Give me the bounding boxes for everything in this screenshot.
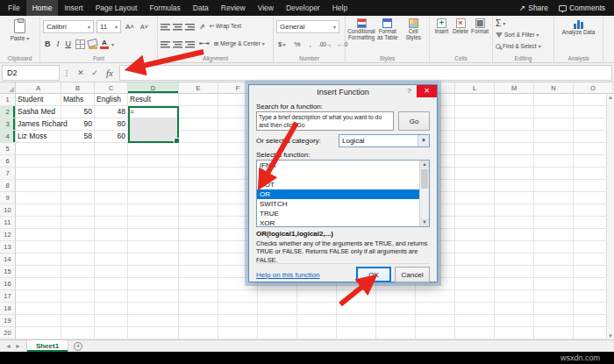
decrease-font-button[interactable]: A˅ <box>139 24 150 30</box>
cell-C10[interactable] <box>95 204 128 217</box>
cell-A10[interactable] <box>16 204 61 217</box>
select-all-corner[interactable] <box>0 82 16 93</box>
row-header-1[interactable]: 1 <box>0 94 16 106</box>
cell-L17[interactable] <box>455 290 495 303</box>
column-header-E[interactable]: E <box>179 82 218 93</box>
cell-B20[interactable] <box>61 327 95 339</box>
cell-E17[interactable] <box>179 290 218 303</box>
column-header-M[interactable]: M <box>495 82 534 93</box>
share-button[interactable]: ↗ Share <box>519 4 548 12</box>
ribbon-tab-file[interactable]: File <box>2 0 26 16</box>
cell-C16[interactable] <box>95 278 128 290</box>
indent-icons[interactable]: ⇤⇥ <box>197 40 211 47</box>
column-header-L[interactable]: L <box>455 82 495 93</box>
cell-I20[interactable] <box>337 327 376 339</box>
cell-K20[interactable] <box>416 327 455 339</box>
scroll-up-icon[interactable]: ▲ <box>607 95 614 100</box>
row-header-18[interactable]: 18 <box>0 303 16 315</box>
cell-C6[interactable] <box>95 155 128 168</box>
cell-A9[interactable] <box>16 192 61 204</box>
cell-N19[interactable] <box>534 315 574 327</box>
cell-D2[interactable]: = <box>128 106 179 118</box>
function-option-xor[interactable]: XOR <box>257 218 419 227</box>
enter-entry-button[interactable]: ✓ <box>88 68 102 77</box>
cell-E18[interactable] <box>179 303 218 315</box>
cell-G18[interactable] <box>258 303 297 315</box>
cell-C7[interactable] <box>95 168 128 180</box>
percent-button[interactable]: % <box>292 40 302 48</box>
cell-N3[interactable] <box>534 118 574 131</box>
cell-A6[interactable] <box>16 155 61 168</box>
conditional-formatting-button[interactable]: Conditional Formatting <box>348 18 375 42</box>
align-center-icon[interactable] <box>173 40 182 48</box>
cell-J19[interactable] <box>376 315 416 327</box>
scrollbar-thumb[interactable] <box>421 169 428 189</box>
cell-M11[interactable] <box>495 217 534 229</box>
cell-B15[interactable] <box>61 266 95 278</box>
cell-N6[interactable] <box>534 155 574 168</box>
cell-H20[interactable] <box>297 327 337 339</box>
cell-F19[interactable] <box>218 315 258 327</box>
align-bottom-icon[interactable] <box>185 23 195 31</box>
cell-D5[interactable] <box>128 143 179 155</box>
cell-E5[interactable] <box>179 143 218 155</box>
cell-E8[interactable] <box>179 180 218 192</box>
name-box[interactable]: D2 <box>2 65 60 81</box>
fill-color-button[interactable] <box>88 39 97 49</box>
cell-L1[interactable] <box>455 94 495 106</box>
function-option-ifs[interactable]: IFS <box>257 170 419 180</box>
align-middle-icon[interactable] <box>173 23 182 31</box>
cell-N1[interactable] <box>534 94 574 106</box>
cell-C13[interactable] <box>95 241 128 253</box>
cell-C3[interactable]: 80 <box>95 118 128 131</box>
cell-K18[interactable] <box>416 303 455 315</box>
cell-N4[interactable] <box>534 131 574 143</box>
bold-button[interactable]: B <box>43 39 53 48</box>
cell-C12[interactable] <box>95 229 128 241</box>
cell-J20[interactable] <box>376 327 416 339</box>
listbox-scrollbar[interactable]: ▲ ▼ <box>419 161 429 226</box>
row-header-11[interactable]: 11 <box>0 217 16 229</box>
cell-B13[interactable] <box>61 241 95 253</box>
cell-N7[interactable] <box>534 168 574 180</box>
cell-N14[interactable] <box>534 253 574 266</box>
cell-E6[interactable] <box>179 155 218 168</box>
column-header-D[interactable]: D <box>128 82 179 93</box>
sheet-nav-arrows[interactable]: ◄► <box>0 340 26 352</box>
cell-C11[interactable] <box>95 217 128 229</box>
cell-L5[interactable] <box>455 143 495 155</box>
cell-J18[interactable] <box>376 303 416 315</box>
cell-M1[interactable] <box>495 94 534 106</box>
cell-C2[interactable]: 48 <box>95 106 128 118</box>
cell-C18[interactable] <box>95 303 128 315</box>
cell-L11[interactable] <box>455 217 495 229</box>
dialog-help-button[interactable]: ? <box>402 85 417 97</box>
cell-E11[interactable] <box>179 217 218 229</box>
cell-N13[interactable] <box>534 241 574 253</box>
scroll-down-icon[interactable]: ▼ <box>420 218 429 226</box>
cell-D7[interactable] <box>128 168 179 180</box>
cell-D9[interactable] <box>128 192 179 204</box>
cell-C17[interactable] <box>95 290 128 303</box>
cell-A1[interactable]: Student <box>16 94 61 106</box>
ribbon-tab-page-layout[interactable]: Page Layout <box>89 0 144 16</box>
function-option-not[interactable]: NOT <box>257 180 419 189</box>
cell-A15[interactable] <box>16 266 61 278</box>
cell-N8[interactable] <box>534 180 574 192</box>
cell-M8[interactable] <box>495 180 534 192</box>
underline-button[interactable]: U <box>64 39 74 48</box>
cell-D4[interactable] <box>128 131 179 143</box>
cell-C1[interactable]: English <box>95 94 128 106</box>
delete-cells-button[interactable]: × Delete <box>451 18 470 36</box>
function-option-true[interactable]: TRUE <box>257 209 419 218</box>
cell-B5[interactable] <box>61 143 95 155</box>
cell-E3[interactable] <box>179 118 218 131</box>
cell-M14[interactable] <box>495 253 534 266</box>
cell-D14[interactable] <box>128 253 179 266</box>
scroll-up-icon[interactable]: ▲ <box>420 161 429 168</box>
column-header-A[interactable]: A <box>16 82 61 93</box>
merge-center-button[interactable]: ⊞ Merge & Center ▾ <box>214 40 265 47</box>
function-option-ifna[interactable]: IFNA <box>257 161 419 170</box>
cell-B4[interactable]: 58 <box>61 131 95 143</box>
cell-M10[interactable] <box>495 204 534 217</box>
